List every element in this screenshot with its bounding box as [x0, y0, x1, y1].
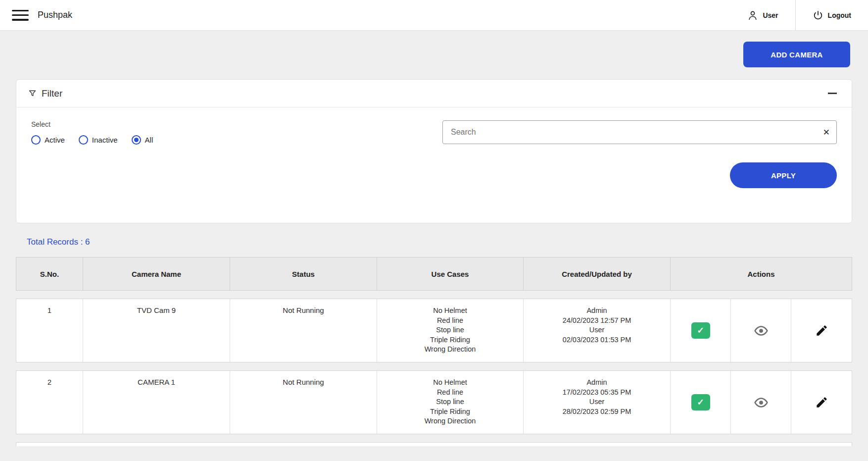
minus-icon: [828, 93, 837, 94]
radio-group: Active Inactive All: [31, 135, 153, 145]
created-by: Admin: [524, 378, 670, 388]
use-case: Red line: [377, 316, 523, 326]
radio-inactive-label: Inactive: [92, 136, 118, 144]
pencil-icon: [815, 396, 828, 409]
use-case: Stop line: [377, 397, 523, 407]
radio-all[interactable]: All: [132, 135, 153, 145]
header-right: User Logout: [730, 0, 868, 30]
cell-actions: ✓: [671, 371, 852, 434]
search-box: ✕: [442, 120, 837, 144]
column-header-sno: S.No.: [16, 257, 83, 290]
created-at: 17/02/2023 05:35 PM: [524, 388, 670, 398]
apply-row: APPLY: [16, 145, 852, 223]
radio-circle: [132, 135, 141, 145]
add-camera-button[interactable]: ADD CAMERA: [743, 42, 850, 67]
column-header-actions: Actions: [671, 257, 852, 290]
camera-table: S.No. Camera Name Status Use Cases Creat…: [16, 257, 852, 446]
radio-active[interactable]: Active: [31, 135, 65, 145]
eye-icon: [754, 323, 769, 338]
filter-header: Filter: [16, 80, 852, 107]
column-header-camera-name: Camera Name: [83, 257, 230, 290]
app-title: Pushpak: [38, 10, 72, 20]
use-case: Wrong Direction: [377, 416, 523, 426]
user-label: User: [763, 11, 778, 19]
use-case: No Helmet: [377, 306, 523, 316]
user-icon: [747, 10, 758, 21]
table-row: 1 TVD Cam 9 Not Running No Helmet Red li…: [16, 299, 852, 362]
radio-circle: [79, 135, 88, 145]
use-case: Triple Riding: [377, 407, 523, 417]
edit-button[interactable]: [813, 394, 830, 411]
filter-body: Select Active Inactive All: [16, 107, 852, 145]
apply-button[interactable]: APPLY: [730, 162, 837, 188]
collapse-filter-button[interactable]: [825, 86, 840, 101]
select-label: Select: [31, 120, 153, 128]
use-case: No Helmet: [377, 378, 523, 388]
menu-icon[interactable]: [12, 9, 29, 22]
use-case: Wrong Direction: [377, 345, 523, 355]
user-menu-button[interactable]: User: [730, 0, 795, 30]
table-row-partial: [16, 442, 852, 446]
pencil-icon: [815, 324, 828, 337]
cell-use-cases: No Helmet Red line Stop line Triple Ridi…: [377, 299, 524, 362]
cell-status: Not Running: [230, 371, 377, 434]
toggle-active-button[interactable]: ✓: [691, 394, 710, 410]
logout-button[interactable]: Logout: [796, 0, 868, 30]
cell-actions: ✓: [671, 299, 852, 362]
updated-at: 02/03/2023 01:53 PM: [524, 335, 670, 345]
cell-camera-name: CAMERA 1: [83, 371, 230, 434]
table-row: 2 CAMERA 1 Not Running No Helmet Red lin…: [16, 370, 852, 434]
view-button[interactable]: [752, 393, 771, 412]
edit-button[interactable]: [813, 322, 830, 339]
filter-select-group: Select Active Inactive All: [31, 120, 153, 145]
created-by: Admin: [524, 306, 670, 316]
filter-title: Filter: [42, 88, 62, 99]
filter-funnel-icon: [28, 89, 37, 98]
radio-circle: [31, 135, 41, 145]
clear-search-icon[interactable]: ✕: [820, 124, 833, 141]
column-header-use-cases: Use Cases: [377, 257, 524, 290]
radio-active-label: Active: [45, 136, 65, 144]
updated-by: User: [524, 325, 670, 335]
power-icon: [813, 10, 823, 21]
radio-all-label: All: [145, 136, 153, 144]
use-case: Triple Riding: [377, 335, 523, 345]
toggle-active-button[interactable]: ✓: [691, 322, 710, 339]
created-at: 24/02/2023 12:57 PM: [524, 316, 670, 326]
main-content: ADD CAMERA Filter Select Active: [0, 31, 868, 446]
toolbar: ADD CAMERA: [16, 31, 852, 67]
app-header: Pushpak User Logout: [0, 0, 868, 31]
cell-sno: 2: [16, 371, 83, 434]
logout-label: Logout: [828, 11, 851, 19]
cell-created-updated: Admin 17/02/2023 05:35 PM User 28/02/202…: [524, 371, 671, 434]
view-button[interactable]: [752, 321, 771, 340]
header-left: Pushpak: [12, 9, 72, 22]
use-case: Stop line: [377, 325, 523, 335]
cell-status: Not Running: [230, 299, 377, 362]
filter-panel: Filter Select Active Inactive: [16, 79, 852, 223]
cell-sno: 1: [16, 299, 83, 362]
column-header-created-updated-by: Created/Updated by: [524, 257, 671, 290]
column-header-status: Status: [230, 257, 377, 290]
updated-at: 28/02/2023 02:59 PM: [524, 407, 670, 417]
eye-icon: [754, 395, 769, 410]
filter-title-wrap: Filter: [28, 88, 62, 99]
use-case: Red line: [377, 388, 523, 398]
total-records: Total Records : 6: [27, 237, 852, 247]
radio-inactive[interactable]: Inactive: [79, 135, 118, 145]
updated-by: User: [524, 397, 670, 407]
cell-use-cases: No Helmet Red line Stop line Triple Ridi…: [377, 371, 524, 434]
search-input[interactable]: [442, 120, 837, 144]
cell-created-updated: Admin 24/02/2023 12:57 PM User 02/03/202…: [524, 299, 671, 362]
cell-camera-name: TVD Cam 9: [83, 299, 230, 362]
table-header-row: S.No. Camera Name Status Use Cases Creat…: [16, 257, 852, 291]
